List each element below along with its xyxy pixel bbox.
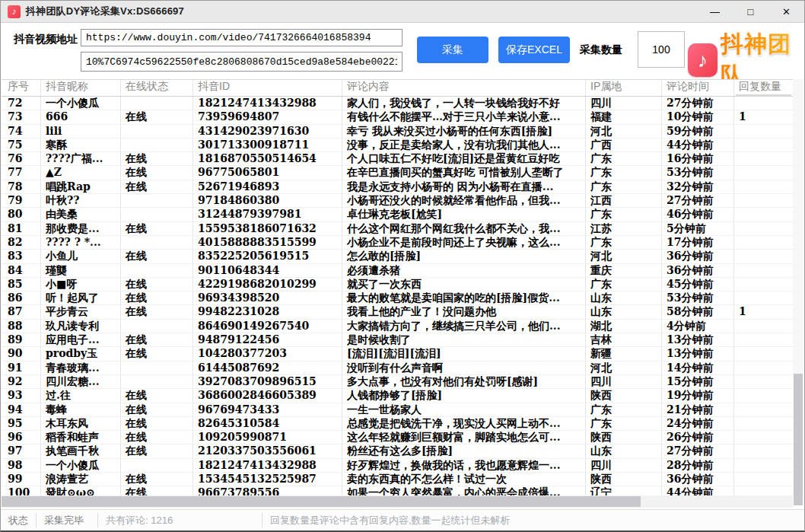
table-row[interactable]: 88玖凡读专利864690149267540大家搞错方向了，继续搞三只羊公司，他…: [2, 320, 793, 333]
cell-index: 90: [2, 347, 41, 360]
cell-comment-time: 13分钟前: [662, 347, 734, 360]
music-note-icon: ♪: [12, 6, 17, 17]
cell-ip-location: 广西: [586, 139, 662, 151]
cell-ip-location: 辽宁: [586, 486, 662, 495]
cell-douyin-id: 90110648344: [193, 264, 342, 277]
table-row[interactable]: 96稻香和蛙声在线109205990871这么年轻就赚到巨额财富，脚踏实地怎么可…: [2, 431, 793, 444]
cell-index: 98: [2, 459, 41, 472]
column-header-nickname[interactable]: 抖音昵称: [41, 80, 121, 96]
table-row[interactable]: 73666在线73959694807有钱什么不能摆平…对于三只小羊来说小意...…: [2, 110, 793, 124]
cell-comment: 是时候收割了: [342, 333, 586, 346]
cell-nickname: 由美桑: [41, 208, 121, 221]
table-row[interactable]: 90prodby玉在线104280377203[流泪][流泪][流泪]新疆13分…: [2, 347, 793, 361]
comments-table: 序号抖音昵称在线状态抖音ID评论内容IP属地评论时间回复数量 72一个小傻瓜18…: [2, 79, 793, 495]
table-row[interactable]: 87平步青云在线99482231028我看上他的产业了！没问题办他山东58分钟前…: [2, 305, 793, 319]
window-title: 抖神团队DY评论采集Vx:DS666697: [26, 5, 184, 18]
cell-ip-location: 河北: [586, 250, 662, 263]
cell-comment: 一生一世杨家人: [342, 403, 586, 416]
maximize-button[interactable]: □: [733, 1, 768, 22]
cell-comment: 怎么敢的[捂脸]: [342, 250, 586, 263]
collect-count-input[interactable]: [638, 31, 685, 68]
cell-douyin-id: 82645310584: [193, 417, 342, 430]
horizontal-scrollbar[interactable]: [2, 495, 793, 508]
cell-douyin-id: 73959694807: [193, 110, 342, 123]
column-header-ip-location[interactable]: IP属地: [586, 80, 662, 96]
cell-nickname: ▲Z: [41, 166, 121, 179]
cell-reply-count: [734, 166, 793, 179]
cell-nickname: prodby玉: [41, 347, 121, 360]
table-row[interactable]: 84瑾龑90110648344必须遭杀猪重庆36分钟前: [2, 264, 793, 278]
cell-reply-count: [734, 459, 793, 472]
table-row[interactable]: 89应用电子...在线94879122456是时候收割了吉林13分钟前: [2, 333, 793, 347]
table-row[interactable]: 74lili431429023971630幸亏 我从来没买过小杨哥的任何东西[捂…: [2, 125, 793, 139]
cell-nickname: 执笔画千秋: [41, 444, 121, 457]
column-header-reply-count[interactable]: 回复数量: [734, 80, 793, 96]
cell-nickname: 青春玻璃...: [41, 362, 121, 374]
column-header-douyin-id[interactable]: 抖音ID: [193, 80, 342, 96]
table-row[interactable]: 80由美桑31244879397981卓仕琳克老板[尬笑]广东46分钟前: [2, 208, 793, 221]
cell-comment-time: 28分钟前: [662, 459, 734, 472]
cell-online-status: [121, 362, 193, 374]
column-header-online-status[interactable]: 在线状态: [121, 80, 193, 96]
table-row[interactable]: 78唱跳Rap在线52671946893我是永远支持小杨哥的 因为小杨哥在直播.…: [2, 180, 793, 194]
collect-button[interactable]: 采集: [417, 37, 488, 63]
table-row[interactable]: 99浪涛萱艺在线1534545132525987卖的东西真的不怎么样！试过一次陕…: [2, 473, 793, 486]
minimize-button[interactable]: —: [697, 1, 733, 22]
cell-reply-count: [734, 97, 793, 110]
cell-online-status: 在线: [121, 180, 193, 193]
close-button[interactable]: ✕: [768, 1, 804, 22]
cell-reply-count: [734, 431, 793, 444]
cell-douyin-id: 301713300918711: [193, 139, 342, 151]
table-row[interactable]: 92四川宏糖...3927083709896515多大点事，也没有对他们有处罚呀…: [2, 375, 793, 389]
table-row[interactable]: 97执笔画千秋在线2120337503556061粉丝还有这么多[捂脸]山东27…: [2, 444, 793, 458]
save-excel-button[interactable]: 保存EXCEL: [498, 37, 570, 63]
cell-index: 92: [2, 375, 41, 388]
cell-comment: 多大点事，也没有对他们有处罚呀[感谢]: [342, 375, 586, 388]
cell-nickname: 听！起风了: [41, 291, 121, 304]
table-row[interactable]: 100發財⊙ω⊙在线96673789556如果一个穷人突然暴富，内心的恶会成倍爆…: [2, 486, 793, 495]
vertical-scrollbar[interactable]: [793, 79, 803, 495]
cell-reply-count: [734, 347, 793, 360]
table-row[interactable]: 76????广福...在线1816870550514654个人口味五仁不好吃[流…: [2, 152, 793, 166]
table-row[interactable]: 82???? ? *...4015888883515599小杨企业不是前段时间还…: [2, 236, 793, 250]
cookie-token-input[interactable]: [81, 52, 402, 72]
table-row[interactable]: 94毒蜂在线96769473433一生一世杨家人广东21分钟前: [2, 403, 793, 417]
table-row[interactable]: 79叶秋??97184860380小杨哥还没火的时候就经常看他作品，但我...江…: [2, 194, 793, 208]
table-row[interactable]: 95木耳东风在线82645310584总感觉是把钱洗干净，现实没人买网上动不..…: [2, 417, 793, 431]
cell-comment-time: 16分钟前: [662, 152, 734, 165]
cell-ip-location: 山东: [586, 444, 662, 457]
cell-douyin-id: 1816870550514654: [193, 152, 342, 165]
table-row[interactable]: 75寒酥301713300918711没事，反正是卖给家人，没有坑我们其他人..…: [2, 139, 793, 152]
cell-douyin-id: 835225205619515: [193, 250, 342, 263]
cell-nickname: 小■呀: [41, 278, 121, 291]
table-row[interactable]: 91青春玻璃...61445087692没听到有什么声音啊河北14分钟前: [2, 362, 793, 375]
vertical-scrollbar-thumb[interactable]: [794, 374, 803, 505]
table-row[interactable]: 81那收费是...在线1559538186071632什么这个网红那个网红我什么…: [2, 222, 793, 236]
table-row[interactable]: 77▲Z在线96775065801在辛巴直播间买的蟹真好吃 可惜被别人垄断了广东…: [2, 166, 793, 180]
cell-ip-location: 重庆: [586, 264, 662, 277]
horizontal-scrollbar-thumb[interactable]: [2, 496, 641, 507]
table-row[interactable]: 86听！起风了在线96934398520最大的败笔就是卖咱国家的吃的[捂脸]假货…: [2, 291, 793, 305]
table-row[interactable]: 93过.往在线3686002846605389人钱都挣够了[捂脸]陕西19分钟前: [2, 389, 793, 403]
table-row[interactable]: 83小鱼儿在线835225205619515怎么敢的[捂脸]河北36分钟前: [2, 250, 793, 263]
cell-comment-time: 5分钟前: [662, 222, 734, 235]
cell-index: 96: [2, 431, 41, 444]
cell-online-status: 在线: [121, 291, 193, 304]
column-header-comment[interactable]: 评论内容: [342, 80, 586, 96]
cell-index: 94: [2, 403, 41, 416]
column-header-comment-time[interactable]: 评论时间: [662, 80, 734, 96]
cell-comment: 没听到有什么声音啊: [342, 362, 586, 374]
video-url-input[interactable]: [81, 29, 402, 46]
cell-ip-location: 陕西: [586, 389, 662, 402]
table-row[interactable]: 72一个小傻瓜1821247413432988家人们，我没钱了，一人转一块钱给我…: [2, 97, 793, 110]
cell-douyin-id: 2120337503556061: [193, 444, 342, 457]
column-header-index[interactable]: 序号: [2, 80, 41, 96]
cell-comment-time: 19分钟前: [662, 389, 734, 402]
cell-comment-time: 59分钟前: [662, 125, 734, 138]
cell-comment: 好歹辉煌过，换做我的话，我也愿意辉煌一...: [342, 459, 586, 472]
table-row[interactable]: 85小■呀在线4229198682010299就买了一次东西广东45分钟前: [2, 278, 793, 291]
cell-comment: 在辛巴直播间买的蟹真好吃 可惜被别人垄断了: [342, 166, 586, 179]
cell-comment-time: 13分钟前: [662, 333, 734, 346]
cell-index: 88: [2, 320, 41, 333]
table-row[interactable]: 98一个小傻瓜1821247413432988好歹辉煌过，换做我的话，我也愿意辉…: [2, 459, 793, 473]
